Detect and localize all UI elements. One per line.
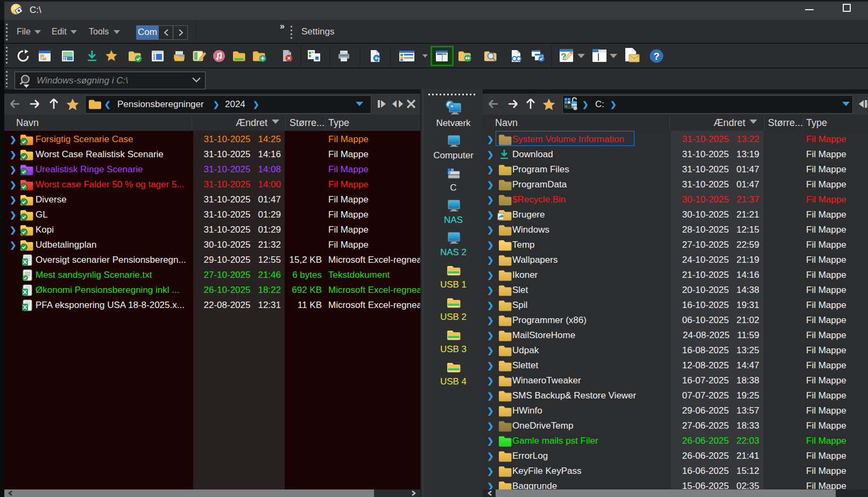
svg-text:?: ? <box>654 51 660 62</box>
svg-text:?: ? <box>561 52 566 62</box>
